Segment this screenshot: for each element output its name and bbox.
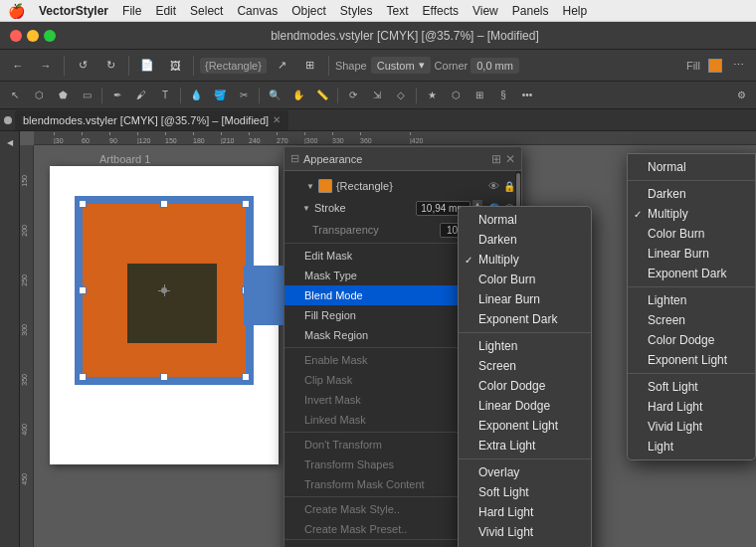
top-soft-light[interactable]: Soft Light xyxy=(628,377,755,397)
blend-exponent-light[interactable]: Exponent Light xyxy=(459,416,591,436)
lt-hide-btn[interactable]: ◀ xyxy=(1,133,19,151)
blend-linear-dodge[interactable]: Linear Dodge xyxy=(459,396,591,416)
toolbar-select-btn[interactable]: ⊞ xyxy=(298,54,322,78)
handle-tr[interactable] xyxy=(242,200,250,208)
toolbar-settings-btn[interactable]: ⋯ xyxy=(726,54,750,78)
handle-tm[interactable] xyxy=(160,200,168,208)
toolbar-arrow-btn[interactable]: ↗ xyxy=(271,54,294,78)
top-vivid-light[interactable]: Vivid Light xyxy=(628,417,755,437)
top-hard-light[interactable]: Hard Light xyxy=(628,397,755,417)
top-color-burn[interactable]: Color Burn xyxy=(628,224,755,244)
fill-color-swatch[interactable] xyxy=(708,59,722,73)
top-screen[interactable]: Screen xyxy=(628,310,755,330)
top-normal[interactable]: Normal xyxy=(628,157,755,177)
menu-vectorstyler[interactable]: VectorStyler xyxy=(39,4,108,18)
toolbar-img-btn[interactable]: 🖼 xyxy=(163,54,187,78)
toolbar-doc-btn[interactable]: 📄 xyxy=(135,54,159,78)
eye-icon[interactable]: 👁 xyxy=(488,180,499,192)
blend-lighten[interactable]: Lighten xyxy=(459,336,591,356)
tool-lasso[interactable]: ⬟ xyxy=(52,85,74,106)
handle-bm[interactable] xyxy=(160,373,168,381)
blend-exponent-dark[interactable]: Exponent Dark xyxy=(459,309,591,329)
tool-measure[interactable]: 📏 xyxy=(311,85,333,106)
tool-settings[interactable]: ⚙ xyxy=(730,85,752,106)
blend-color-burn[interactable]: Color Burn xyxy=(459,270,591,289)
blend-darken[interactable]: Darken xyxy=(459,230,591,250)
blend-extra-light[interactable]: Extra Light xyxy=(459,436,591,456)
tool-type[interactable]: T xyxy=(154,85,176,106)
blend-overlay[interactable]: Overlay xyxy=(459,462,591,482)
top-darken[interactable]: Darken xyxy=(628,184,755,204)
top-exponent-light[interactable]: Exponent Light xyxy=(628,350,755,370)
close-button[interactable] xyxy=(10,30,22,42)
menu-object[interactable]: Object xyxy=(291,4,326,18)
apple-menu[interactable]: 🍎 xyxy=(8,3,25,19)
tool-zoom[interactable]: 🔍 xyxy=(264,85,285,106)
menu-file[interactable]: File xyxy=(122,4,141,18)
tool-hand[interactable]: ✋ xyxy=(287,85,309,106)
tab-close-icon[interactable]: ✕ xyxy=(273,114,281,125)
blend-linear-light[interactable]: Linear Light xyxy=(459,542,591,547)
tool-rotate[interactable]: ⟳ xyxy=(342,85,364,106)
toolbar-back-btn[interactable]: ← xyxy=(6,54,30,78)
menu-text[interactable]: Text xyxy=(387,4,409,18)
menu-styles[interactable]: Styles xyxy=(340,4,373,18)
handle-bl[interactable] xyxy=(79,373,87,381)
tool-scale[interactable]: ⇲ xyxy=(366,85,388,106)
corner-value-dropdown[interactable]: 0,0 mm xyxy=(471,58,519,74)
menu-effects[interactable]: Effects xyxy=(423,4,459,18)
tool-select[interactable]: ↖ xyxy=(4,85,26,106)
menu-panels[interactable]: Panels xyxy=(512,4,549,18)
rect-orange[interactable] xyxy=(75,196,254,385)
tool-rect[interactable]: ▭ xyxy=(76,85,97,106)
tool-eyedropper[interactable]: 💧 xyxy=(185,85,207,106)
maximize-button[interactable] xyxy=(44,30,56,42)
tool-node[interactable]: ⬡ xyxy=(28,85,50,106)
shape-type-dropdown[interactable]: Custom ▾ xyxy=(371,57,431,74)
top-exponent-dark[interactable]: Exponent Dark xyxy=(628,264,755,283)
tool-brush[interactable]: 🖌 xyxy=(130,85,152,106)
toolbar-redo-btn[interactable]: ↻ xyxy=(98,54,122,78)
tool-fill[interactable]: 🪣 xyxy=(209,85,231,106)
menu-help[interactable]: Help xyxy=(562,4,587,18)
top-multiply[interactable]: Multiply xyxy=(628,204,755,224)
top-color-dodge[interactable]: Color Dodge xyxy=(628,330,755,350)
toolbar-undo-btn[interactable]: ↺ xyxy=(71,54,94,78)
tool-pen[interactable]: ✒ xyxy=(106,85,128,106)
handle-ml[interactable] xyxy=(79,286,87,294)
top-linear-burn[interactable]: Linear Burn xyxy=(628,244,755,264)
blend-vivid-light[interactable]: Vivid Light xyxy=(459,522,591,542)
panel-options-icon[interactable]: ⊞ xyxy=(491,152,501,166)
blend-multiply[interactable]: Multiply xyxy=(459,250,591,270)
stroke-triangle-icon[interactable]: ▼ xyxy=(302,204,310,213)
tool-scissors[interactable]: ✂ xyxy=(233,85,255,106)
menu-canvas[interactable]: Canvas xyxy=(237,4,278,18)
lock-icon[interactable]: 🔒 xyxy=(503,181,515,192)
add-item-btn[interactable]: ＋ xyxy=(290,544,304,548)
tool-polygon[interactable]: ⬡ xyxy=(445,85,467,106)
blend-screen[interactable]: Screen xyxy=(459,356,591,376)
top-light[interactable]: Light xyxy=(628,437,755,456)
tool-star[interactable]: ★ xyxy=(421,85,443,106)
triangle-icon[interactable]: ▼ xyxy=(306,182,314,191)
tool-more[interactable]: ••• xyxy=(516,85,538,106)
top-lighten[interactable]: Lighten xyxy=(628,290,755,310)
handle-br[interactable] xyxy=(242,373,250,381)
tab-document[interactable]: blendmodes.vstyler [CMYK] [@35.7%] – [Mo… xyxy=(15,110,288,130)
blend-linear-burn[interactable]: Linear Burn xyxy=(459,289,591,309)
minimize-button[interactable] xyxy=(27,30,39,42)
menu-select[interactable]: Select xyxy=(190,4,223,18)
menu-view[interactable]: View xyxy=(472,4,498,18)
panel-close-icon[interactable]: ✕ xyxy=(505,152,515,166)
blend-color-dodge[interactable]: Color Dodge xyxy=(459,376,591,396)
toolbar-forward-btn[interactable]: → xyxy=(34,54,58,78)
blend-hard-light[interactable]: Hard Light xyxy=(459,502,591,522)
tool-symbol[interactable]: § xyxy=(492,85,514,106)
menu-edit[interactable]: Edit xyxy=(155,4,176,18)
tool-grid[interactable]: ⊞ xyxy=(469,85,490,106)
tool-shear[interactable]: ◇ xyxy=(390,85,412,106)
handle-tl[interactable] xyxy=(79,200,87,208)
blend-soft-light[interactable]: Soft Light xyxy=(459,482,591,502)
canvas-area[interactable]: |30 60 90 |120 150 180 |210 240 270 |300… xyxy=(20,131,756,547)
blend-normal[interactable]: Normal xyxy=(459,210,591,230)
